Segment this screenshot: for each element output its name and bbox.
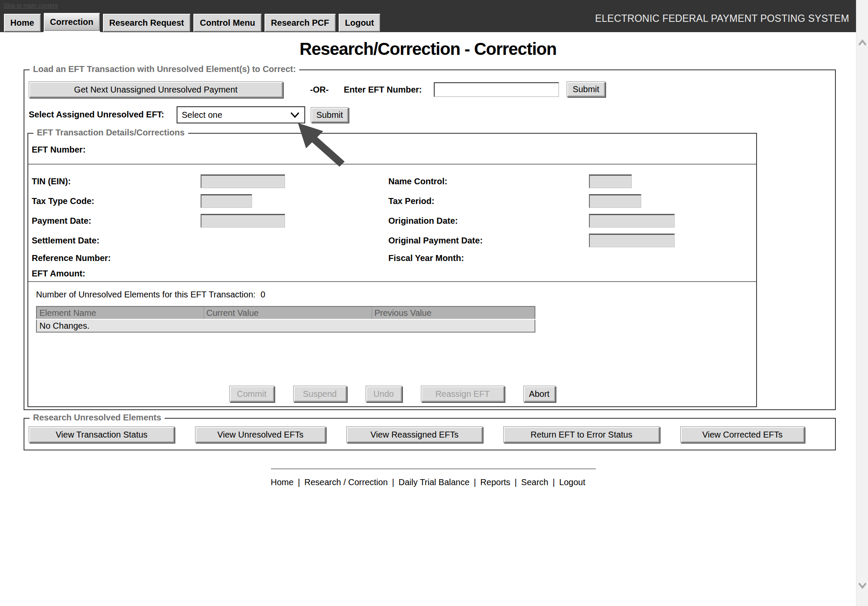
vertical-scrollbar[interactable] <box>856 0 868 606</box>
origination-date-field <box>589 214 675 228</box>
view-corrected-efts-button[interactable]: View Corrected EFTs <box>680 426 805 443</box>
footer-nav: Home|Research / Correction|Daily Trial B… <box>0 477 856 487</box>
action-button-row: Commit Suspend Undo Reassign EFT Abort <box>28 386 756 402</box>
settlement-date-label: Settlement Date: <box>32 236 201 246</box>
field-row-paymentdate-origdate: Payment Date: Origination Date: <box>32 211 753 231</box>
tab-logout[interactable]: Logout <box>338 13 381 32</box>
commit-button: Commit <box>229 386 274 402</box>
suspend-button: Suspend <box>293 386 347 402</box>
unresolved-count-text: Number of Unresolved Elements for this E… <box>36 290 255 299</box>
top-header-bar: Skip to main content ELECTRONIC FEDERAL … <box>0 0 856 32</box>
app-window: Skip to main content ELECTRONIC FEDERAL … <box>0 0 868 606</box>
field-row-settlement-origpayment: Settlement Date: Original Payment Date: <box>32 231 753 250</box>
select-eft-submit-button[interactable]: Submit <box>311 107 348 123</box>
field-row-eft-amount: EFT Amount: <box>32 266 753 281</box>
page-title: Research/Correction - Correction <box>0 39 856 59</box>
chevron-down-icon <box>290 111 300 118</box>
tax-period-field <box>589 194 641 208</box>
tin-label: TIN (EIN): <box>32 177 201 186</box>
details-divider-top <box>28 164 756 165</box>
abort-button[interactable]: Abort <box>523 386 556 402</box>
name-control-field <box>589 174 632 188</box>
tab-control-menu[interactable]: Control Menu <box>193 13 262 32</box>
tin-field <box>201 174 285 188</box>
load-eft-legend: Load an EFT Transaction with Unresolved … <box>30 64 299 74</box>
no-changes-cell: No Changes. <box>36 319 535 332</box>
original-payment-date-field <box>589 234 675 247</box>
view-unresolved-efts-button[interactable]: View Unresolved EFTs <box>195 426 326 443</box>
return-eft-to-error-status-button[interactable]: Return EFT to Error Status <box>503 426 660 443</box>
footer-link-search[interactable]: Search <box>521 477 548 487</box>
eft-amount-label: EFT Amount: <box>32 269 201 279</box>
enter-eft-number-label: Enter EFT Number: <box>344 85 422 95</box>
col-element-name: Element Name <box>36 306 204 319</box>
tax-type-code-label: Tax Type Code: <box>32 196 201 206</box>
scroll-up-icon[interactable] <box>858 39 867 46</box>
eft-details-legend: EFT Transaction Details/Corrections <box>33 128 188 138</box>
eft-number-label: EFT Number: <box>32 145 86 155</box>
table-row: No Changes. <box>36 319 535 332</box>
tab-home[interactable]: Home <box>3 13 41 32</box>
reference-number-label: Reference Number: <box>32 253 201 263</box>
reassign-eft-button: Reassign EFT <box>421 386 505 402</box>
unresolved-count-value: 0 <box>261 290 265 299</box>
footer-separator: | <box>515 477 517 487</box>
payment-date-field <box>201 214 285 228</box>
get-next-unassigned-button[interactable]: Get Next Unassigned Unresolved Payment <box>29 81 283 98</box>
footer-separator: | <box>474 477 476 487</box>
assigned-eft-dropdown-value: Select one <box>182 110 222 120</box>
field-row-tin-namecontrol: TIN (EIN): Name Control: <box>32 171 753 191</box>
enter-eft-submit-button[interactable]: Submit <box>567 81 605 97</box>
system-title: ELECTRONIC FEDERAL PAYMENT POSTING SYSTE… <box>595 13 849 24</box>
view-transaction-status-button[interactable]: View Transaction Status <box>29 426 174 443</box>
undo-button: Undo <box>366 386 402 402</box>
unresolved-count-line: Number of Unresolved Elements for this E… <box>36 290 265 300</box>
changes-table-header-row: Element Name Current Value Previous Valu… <box>36 306 535 319</box>
assigned-eft-dropdown[interactable]: Select one <box>177 106 305 123</box>
eft-details-section: EFT Transaction Details/Corrections EFT … <box>27 133 757 407</box>
tab-research-pcf[interactable]: Research PCF <box>264 13 336 32</box>
payment-date-label: Payment Date: <box>32 216 201 226</box>
fiscal-year-month-label: Fiscal Year Month: <box>388 253 589 263</box>
or-separator-text: -OR- <box>302 85 336 95</box>
field-row-reference-fiscal: Reference Number: Fiscal Year Month: <box>32 250 753 266</box>
research-unresolved-section: Research Unresolved Elements View Transa… <box>24 418 836 450</box>
footer-separator: | <box>392 477 394 487</box>
original-payment-date-label: Original Payment Date: <box>388 236 589 246</box>
origination-date-label: Origination Date: <box>388 216 589 226</box>
footer-link-daily-trial-balance[interactable]: Daily Trial Balance <box>399 477 470 487</box>
footer-link-home[interactable]: Home <box>270 477 293 487</box>
view-reassigned-efts-button[interactable]: View Reassigned EFTs <box>346 426 483 443</box>
research-button-row: View Transaction Status View Unresolved … <box>29 426 805 443</box>
eft-field-grid: TIN (EIN): Name Control: Tax Type Code: … <box>32 171 753 281</box>
footer-divider <box>271 468 596 469</box>
main-nav-tabbar: Home Correction Research Request Control… <box>3 12 381 32</box>
field-row-taxtype-taxperiod: Tax Type Code: Tax Period: <box>32 191 753 211</box>
footer-link-research-correction[interactable]: Research / Correction <box>304 477 388 487</box>
name-control-label: Name Control: <box>388 177 589 186</box>
enter-eft-number-input[interactable] <box>434 82 559 97</box>
footer-link-reports[interactable]: Reports <box>481 477 511 487</box>
scroll-down-icon[interactable] <box>858 582 867 589</box>
tab-research-request[interactable]: Research Request <box>102 13 191 32</box>
tab-correction[interactable]: Correction <box>43 12 100 32</box>
load-eft-section: Load an EFT Transaction with Unresolved … <box>24 69 836 410</box>
footer-separator: | <box>298 477 300 487</box>
col-current-value: Current Value <box>204 306 372 319</box>
select-assigned-eft-label: Select Assigned Unresolved EFT: <box>29 110 164 120</box>
col-previous-value: Previous Value <box>372 306 535 319</box>
footer-separator: | <box>553 477 555 487</box>
tax-type-code-field <box>201 194 252 208</box>
changes-table: Element Name Current Value Previous Valu… <box>36 306 535 333</box>
tax-period-label: Tax Period: <box>388 196 589 206</box>
research-unresolved-legend: Research Unresolved Elements <box>30 413 165 423</box>
skip-to-main-content-link[interactable]: Skip to main content <box>3 2 58 9</box>
footer-link-logout[interactable]: Logout <box>559 477 585 487</box>
details-divider-bottom <box>28 281 756 282</box>
